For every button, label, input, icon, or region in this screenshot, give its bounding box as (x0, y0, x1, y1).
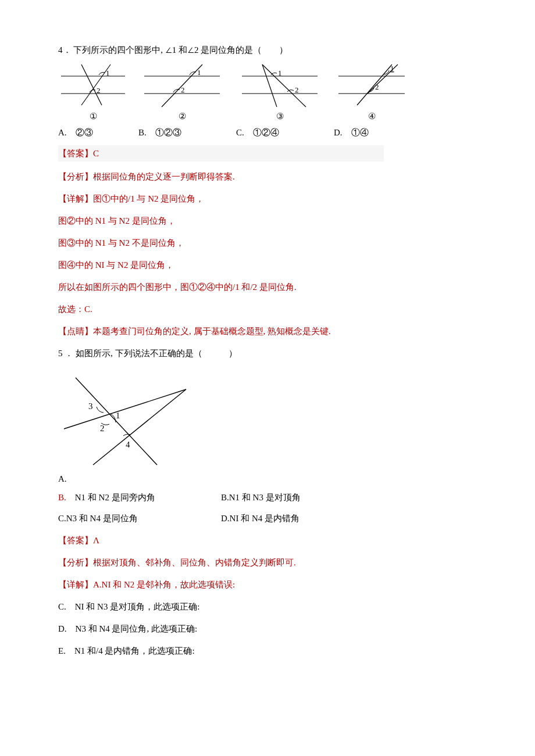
point-text: 本题考查门司位角的定义, 属于基础概念题型, 熟知概念是关键. (93, 327, 331, 336)
geometry-figure-2: 1 2 (138, 62, 226, 108)
angle-label-3: 3 (88, 402, 93, 411)
q4-detail-6: 故选：C. (58, 302, 483, 316)
q4-analysis: 【分析】根据同位角的定义逐一判断即得答案. (58, 170, 483, 184)
angle-label-2: 2 (295, 85, 299, 94)
q4-detail-4: 图④中的 NI 与 N2 是同位角， (58, 258, 483, 272)
q4-answer: 【答案】C (58, 145, 483, 162)
q4-figures: 1 2 ① 1 2 ② 1 2 ③ (58, 62, 483, 123)
angle-label-2: 2 (375, 83, 379, 91)
svg-line-3 (81, 65, 102, 105)
q5-detail-d: D. N3 和 N4 是同位角, 此选项正确: (58, 622, 483, 636)
q4-stem: 4． 下列所示的四个图形中, ∠1 和∠2 是同位角的是（ ） (58, 43, 483, 57)
angle-label-1: 1 (390, 64, 394, 73)
analysis-text: 根据同位角的定义逐一判断即得答案. (93, 172, 235, 181)
q5-option-b: B.N1 和 N3 是对顶角 (221, 490, 384, 504)
geometry-figure-4: 1 2 (334, 62, 409, 108)
q4-option-d: D. ①④ (334, 126, 404, 139)
q5-analysis: 【分析】根据对顶角、邻补角、同位角、内错角定义判断即可. (58, 556, 483, 569)
q4-number: 4． (58, 45, 72, 55)
q5-detail-a: 【详解】A.NI 和 N2 是邻补角，故此选项错误: (58, 578, 483, 592)
q4-fig-4-label: ④ (334, 109, 409, 123)
q4-fig-3-label: ③ (236, 109, 323, 123)
q5-option-a-body: N1 和 N2 是同旁内角 (66, 493, 155, 502)
q4-fig-3: 1 2 ③ (236, 62, 323, 123)
angle-label-1: 1 (278, 69, 282, 77)
q4-detail-3: 图③中的 N1 与 N2 不是同位角， (58, 236, 483, 250)
svg-line-15 (64, 389, 186, 429)
q5-number: 5 ． (58, 349, 73, 358)
angle-label-2: 2 (100, 424, 105, 433)
svg-line-9 (262, 65, 306, 107)
angle-label-1: 1 (116, 411, 120, 420)
q4-point: 【点睛】本题考查门司位角的定义, 属于基础概念题型, 熟知概念是关键. (58, 324, 483, 338)
q5-detail-e: E. N1 和/4 是内错角，此选项正确: (58, 644, 483, 658)
q5-option-a-text: B. N1 和 N2 是同旁内角 (58, 490, 221, 504)
analysis-label: 【分析】 (58, 558, 93, 567)
q4-option-b: B. ①②③ (138, 126, 226, 139)
q4-option-c: C. ①②④ (236, 126, 323, 139)
q4-detail-1: 【详解】图①中的/1 与 N2 是同位角， (58, 192, 483, 206)
angle-label-4: 4 (126, 440, 130, 449)
analysis-label: 【分析】 (58, 172, 93, 181)
svg-line-10 (262, 65, 277, 107)
svg-line-17 (93, 389, 186, 465)
geometry-figure-1: 1 2 (58, 62, 128, 108)
angle-label-2: 2 (181, 85, 185, 94)
q5-figure: 3 1 2 4 (58, 366, 483, 471)
q5-stem: 5 ． 如图所示, 下列说法不正确的是（ ） (58, 346, 483, 360)
detail-label: 【详解】 (58, 194, 93, 203)
analysis-text: 根据对顶角、邻补角、同位角、内错角定义判断即可. (93, 558, 296, 567)
detail-text: 图①中的/1 与 N2 是同位角， (93, 194, 204, 203)
q5-answer: 【答案】Λ (58, 533, 483, 547)
q5-option-d: D.NI 和 N4 是内错角 (221, 511, 384, 525)
q5-option-c: C.N3 和 N4 是同位角 (58, 511, 221, 525)
q5-detail-c: C. NI 和 N3 是对顶角，此选项正确: (58, 600, 483, 614)
q4-fig-1: 1 2 ① (58, 62, 128, 123)
q5-option-a-label: A. (58, 472, 483, 486)
q5-option-a-prefix: B. (58, 493, 66, 502)
q4-detail-5: 所以在如图所示的四个图形中，图①②④中的/1 和/2 是同位角. (58, 280, 483, 294)
detail-label: 【详解】 (58, 580, 93, 589)
q5-stem-text: 如图所示, 下列说法不正确的是（ ） (76, 349, 237, 358)
geometry-figure-3: 1 2 (236, 62, 323, 108)
angle-label-1: 1 (106, 69, 110, 77)
q4-fig-1-label: ① (58, 109, 128, 123)
angle-label-1: 1 (197, 68, 201, 77)
point-label: 【点睛】 (58, 327, 93, 336)
q4-fig-2-label: ② (138, 109, 226, 123)
q4-fig-4: 1 2 ④ (334, 62, 409, 123)
q4-stem-text: 下列所示的四个图形中, ∠1 和∠2 是同位角的是（ ） (73, 45, 288, 55)
angle-label-2: 2 (97, 86, 101, 95)
q5-options: B. N1 和 N2 是同旁内角 B.N1 和 N3 是对顶角 C.N3 和 N… (58, 490, 483, 525)
q4-options: A. ②③ B. ①②③ C. ①②④ D. ①④ (58, 126, 483, 139)
q4-detail-2: 图②中的 N1 与 N2 是同位角， (58, 214, 483, 228)
q4-answer-text: 【答案】C (58, 145, 384, 162)
q4-fig-2: 1 2 ② (138, 62, 226, 123)
q4-option-a: A. ②③ (58, 126, 128, 139)
geometry-figure-q5: 3 1 2 4 (58, 366, 192, 471)
svg-line-13 (357, 65, 392, 105)
detail-a-text: A.NI 和 N2 是邻补角，故此选项错误: (93, 580, 235, 589)
